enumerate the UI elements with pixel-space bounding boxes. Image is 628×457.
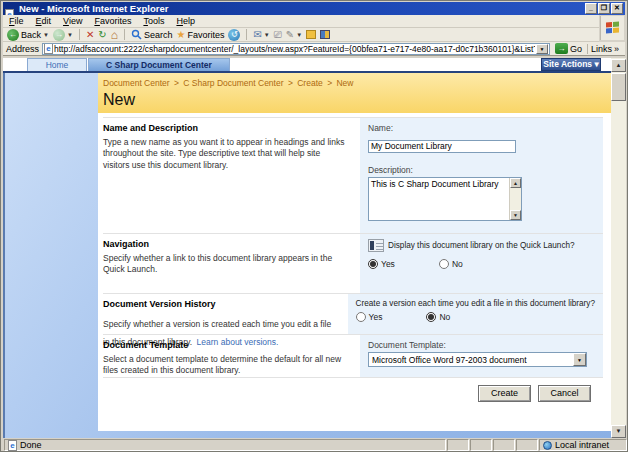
create-button[interactable]: Create: [478, 385, 531, 402]
site-actions-button[interactable]: Site Actions ▾: [541, 58, 601, 71]
status-bar: e Done Local intranet: [3, 438, 627, 452]
menu-tools[interactable]: Tools: [143, 16, 164, 26]
security-zone-label: Local intranet: [555, 440, 609, 450]
address-field[interactable]: e ▼: [42, 43, 550, 55]
print-icon: ⎚: [274, 30, 282, 40]
description-textarea[interactable]: This is C Sharp Document Library ▲ ▼: [368, 177, 522, 221]
edit-caret-icon[interactable]: ▼: [296, 32, 302, 38]
breadcrumb-separator: >: [327, 78, 332, 88]
breadcrumb-separator: >: [174, 78, 179, 88]
versioning-no-option[interactable]: No: [426, 312, 450, 322]
mail-button[interactable]: ✉▼: [253, 30, 269, 40]
favorites-button[interactable]: ★ Favorites: [176, 30, 224, 40]
stop-button[interactable]: ✕: [86, 30, 94, 40]
yes-label: Yes: [369, 312, 383, 322]
status-panel: [493, 439, 515, 451]
history-icon: ↺: [228, 29, 240, 41]
breadcrumb-link-create[interactable]: Create: [297, 78, 323, 88]
address-input[interactable]: [53, 44, 536, 54]
page-background: Document Center > C Sharp Document Cente…: [3, 73, 611, 438]
scrollbar-up-icon[interactable]: ▲: [611, 59, 626, 72]
breadcrumb-link-document-center[interactable]: Document Center: [103, 78, 170, 88]
address-dropdown-button[interactable]: ▼: [536, 44, 548, 54]
refresh-button[interactable]: ↻: [98, 30, 106, 40]
browser-window: e New - Microsoft Internet Explorer _ ❐ …: [0, 0, 628, 452]
breadcrumb: Document Center > C Sharp Document Cente…: [103, 78, 611, 88]
home-icon: ⌂: [111, 29, 118, 41]
minimize-button[interactable]: _: [585, 3, 597, 14]
document-template-select[interactable]: Microsoft Office Word 97-2003 document ▼: [368, 352, 587, 367]
page-scrollbar[interactable]: ▲ ▼: [611, 58, 626, 438]
windows-flag-icon: [606, 22, 620, 35]
quick-launch-yes-radio[interactable]: [368, 259, 378, 269]
form-buttons: Create Cancel: [103, 377, 603, 402]
versioning-yes-option[interactable]: Yes: [356, 312, 383, 322]
select-dropdown-icon[interactable]: ▼: [573, 353, 586, 366]
mail-caret-icon[interactable]: ▼: [264, 32, 270, 38]
search-button[interactable]: Search: [131, 29, 173, 40]
name-input[interactable]: [368, 140, 516, 153]
scrollbar-thumb[interactable]: [611, 73, 626, 101]
forward-icon: →: [53, 29, 65, 41]
description-label: Description:: [368, 165, 595, 175]
name-label: Name:: [368, 123, 595, 133]
discuss-button[interactable]: [306, 30, 316, 39]
go-button[interactable]: → Go: [553, 43, 584, 54]
status-panel: [516, 439, 538, 451]
ie-app-icon: e: [5, 3, 16, 14]
close-button[interactable]: ✕: [611, 3, 623, 14]
section-heading: Document Version History: [103, 299, 336, 309]
quick-launch-question: Display this document library on the Qui…: [388, 241, 575, 250]
back-icon: ←: [7, 29, 19, 41]
quick-launch-yes-option[interactable]: Yes: [368, 259, 395, 269]
forward-button[interactable]: → ▼: [53, 29, 73, 41]
tab-home[interactable]: Home: [27, 58, 87, 71]
title-bar: e New - Microsoft Internet Explorer _ ❐ …: [3, 2, 625, 15]
menu-help[interactable]: Help: [176, 16, 195, 26]
quick-launch-no-option[interactable]: No: [439, 259, 463, 269]
scroll-down-icon[interactable]: ▼: [510, 210, 521, 220]
edit-button[interactable]: ✎▼: [286, 30, 302, 40]
menu-bar: File Edit View Favorites Tools Help: [3, 15, 599, 28]
tab-csharp-document-center[interactable]: C Sharp Document Center: [88, 58, 230, 71]
maximize-button[interactable]: ❐: [598, 3, 610, 14]
print-button[interactable]: ⎚: [274, 30, 282, 40]
address-label: Address: [6, 44, 39, 54]
back-button[interactable]: ← Back ▼: [7, 29, 49, 41]
toolbar-separator: [124, 29, 125, 40]
name-description-inputs: Name: Description: This is C Sharp Docum…: [360, 118, 603, 233]
refresh-icon: ↻: [98, 30, 106, 40]
toolbar-separator: [79, 29, 80, 40]
back-caret-icon[interactable]: ▼: [43, 32, 49, 38]
menu-file[interactable]: File: [9, 16, 24, 26]
windows-flag-throbber: [600, 16, 624, 40]
cancel-button[interactable]: Cancel: [538, 385, 591, 402]
mail-icon: ✉: [253, 30, 261, 40]
scrollbar-down-icon[interactable]: ▼: [611, 425, 626, 438]
forward-caret-icon[interactable]: ▼: [67, 32, 73, 38]
menu-edit[interactable]: Edit: [36, 16, 52, 26]
standard-toolbar: ← Back ▼ → ▼ ✕ ↻ ⌂ Search ★ Favorites ↺ …: [3, 28, 599, 42]
home-button[interactable]: ⌂: [111, 29, 118, 41]
site-tab-bar: Home C Sharp Document Center Site Action…: [3, 58, 611, 71]
breadcrumb-link-csharp-document-center[interactable]: C Sharp Document Center: [183, 78, 283, 88]
messenger-button[interactable]: [320, 30, 330, 39]
menu-favorites[interactable]: Favorites: [94, 16, 131, 26]
go-arrow-icon: →: [555, 43, 568, 54]
scroll-up-icon[interactable]: ▲: [510, 178, 521, 188]
history-button[interactable]: ↺: [228, 29, 240, 41]
menu-view[interactable]: View: [63, 16, 82, 26]
document-template-inputs: Document Template: Microsoft Office Word…: [360, 335, 603, 377]
version-history-inputs: Create a version each time you edit a fi…: [348, 294, 603, 334]
textarea-scrollbar[interactable]: ▲ ▼: [509, 178, 521, 220]
section-name-description: Name and Description Type a new name as …: [103, 117, 603, 233]
section-description: Specify whether a link to this document …: [103, 253, 348, 276]
versioning-yes-radio[interactable]: [356, 312, 366, 322]
no-label: No: [439, 312, 450, 322]
section-description: Type a new name as you want it to appear…: [103, 137, 348, 171]
versioning-no-radio[interactable]: [426, 312, 436, 322]
links-button[interactable]: Links »: [587, 44, 622, 54]
quick-launch-no-radio[interactable]: [439, 259, 449, 269]
search-label: Search: [144, 30, 173, 40]
links-chevron-icon: »: [614, 44, 619, 54]
